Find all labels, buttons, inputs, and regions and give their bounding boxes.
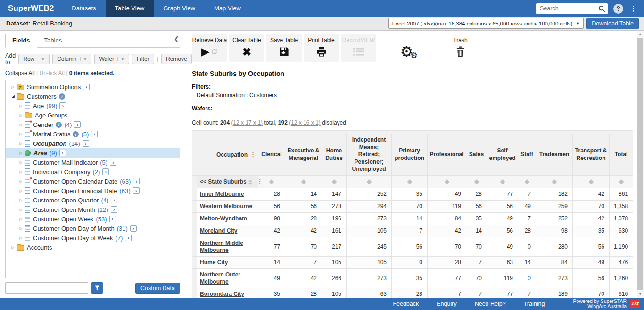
- data-cell[interactable]: 49: [258, 268, 285, 288]
- sort-icon[interactable]: [367, 179, 372, 185]
- data-cell[interactable]: 56: [573, 268, 610, 288]
- open-values-arrow-button[interactable]: ›: [130, 225, 137, 232]
- data-cell[interactable]: 98: [258, 212, 285, 225]
- data-cell[interactable]: 28: [285, 288, 322, 298]
- total-dims-link[interactable]: (12 x 17 x 1): [231, 119, 263, 126]
- data-cell[interactable]: 42: [573, 212, 610, 225]
- sort-cell-professional[interactable]: [428, 175, 466, 188]
- search-icon[interactable]: [598, 5, 605, 14]
- scroll-down-icon[interactable]: ▼: [637, 291, 644, 298]
- data-cell[interactable]: 35: [466, 212, 487, 225]
- expand-expander-icon[interactable]: ▷: [17, 123, 25, 127]
- sort-icon[interactable]: [269, 179, 274, 185]
- expand-expander-icon[interactable]: ▷: [17, 179, 25, 184]
- data-cell[interactable]: 294: [347, 200, 392, 212]
- expand-expander-icon[interactable]: ▷: [17, 113, 25, 117]
- tree-item-customer-open-day-of-week[interactable]: ▷Customer Open Day of Week(7)›: [6, 233, 180, 243]
- data-cell[interactable]: 252: [347, 188, 392, 200]
- data-cell[interactable]: 56: [487, 225, 518, 237]
- column-header-clerical[interactable]: Clerical: [258, 134, 285, 176]
- sort-cell-transport-recreation[interactable]: [573, 175, 610, 188]
- data-cell[interactable]: 70: [573, 288, 610, 298]
- data-cell[interactable]: 63: [487, 256, 518, 268]
- sort-cell-independent-means-retired-pensioner-unemployed[interactable]: [347, 175, 392, 188]
- data-cell[interactable]: 161: [322, 225, 347, 237]
- data-cell[interactable]: 56: [573, 237, 610, 256]
- data-cell[interactable]: 0: [392, 256, 428, 268]
- filter-button[interactable]: Filter: [132, 54, 154, 64]
- open-values-arrow-button[interactable]: ›: [111, 206, 117, 213]
- tree-item-age-groups[interactable]: ▷Age Groups: [6, 110, 180, 120]
- tab-tables[interactable]: Tables: [37, 34, 69, 47]
- expand-expander-icon[interactable]: ▷: [17, 132, 25, 136]
- sort-cell-sales[interactable]: [466, 175, 487, 188]
- expand-expander-icon[interactable]: ▷: [17, 189, 25, 193]
- collapse-all-link[interactable]: Collapse All: [5, 70, 35, 76]
- data-cell[interactable]: 189: [536, 288, 573, 298]
- column-header-sales[interactable]: Sales: [466, 134, 487, 176]
- tree-item-occupation[interactable]: ▷Occupation(14)›: [6, 139, 180, 148]
- custom-data-button[interactable]: Custom Data: [135, 283, 180, 294]
- data-cell[interactable]: 35: [392, 268, 428, 288]
- nav-tab-map-view[interactable]: Map View: [205, 0, 250, 17]
- open-values-arrow-button[interactable]: ›: [91, 131, 98, 137]
- data-cell[interactable]: 266: [322, 268, 347, 288]
- search-input[interactable]: [536, 3, 608, 14]
- data-cell[interactable]: 70: [285, 237, 322, 256]
- kebab-menu-icon[interactable]: ⋮: [250, 151, 256, 158]
- row-label-link[interactable]: Hume City: [200, 259, 228, 266]
- data-cell[interactable]: 7: [466, 256, 487, 268]
- footer-link-enquiry[interactable]: Enquiry: [437, 301, 456, 307]
- data-cell[interactable]: 14: [466, 225, 487, 237]
- data-cell[interactable]: 49: [487, 212, 518, 225]
- overflow-menu-icon[interactable]: ⋮: [629, 4, 638, 13]
- save-table-button[interactable]: Save Table: [266, 34, 302, 62]
- data-cell[interactable]: 259: [536, 200, 573, 212]
- scrollbar-thumb[interactable]: [637, 38, 643, 290]
- open-values-arrow-button[interactable]: ›: [83, 140, 89, 147]
- data-cell[interactable]: 56: [487, 200, 518, 212]
- expand-expander-icon[interactable]: ▷: [17, 217, 25, 221]
- untick-all-link[interactable]: Un-tick All: [40, 70, 65, 76]
- tree-item-accounts[interactable]: ▷Accounts: [6, 243, 180, 252]
- data-cell[interactable]: 77: [487, 288, 518, 298]
- data-cell[interactable]: 35: [258, 288, 285, 298]
- help-icon[interactable]: ?: [613, 4, 623, 14]
- column-dimension-header[interactable]: Occupation⋮: [192, 134, 258, 176]
- data-cell[interactable]: 273: [347, 212, 392, 225]
- export-format-select[interactable]: Excel 2007 (.xlsx)(max 16,384 columns x …: [388, 18, 584, 29]
- data-cell[interactable]: 105: [322, 288, 347, 298]
- tree-item-summation-options[interactable]: ▷ΣSummation Options›: [6, 82, 180, 92]
- column-header-home-duties[interactable]: Home Duties: [322, 134, 347, 176]
- data-cell[interactable]: 70: [428, 237, 466, 256]
- data-cell[interactable]: 1,190: [610, 237, 633, 256]
- open-values-arrow-button[interactable]: ›: [59, 150, 66, 156]
- data-cell[interactable]: 42: [285, 225, 322, 237]
- data-cell[interactable]: 252: [536, 212, 573, 225]
- open-values-arrow-button[interactable]: ›: [83, 84, 90, 90]
- data-cell[interactable]: 0: [518, 268, 536, 288]
- tree-item-area[interactable]: ▷Area(9)›: [6, 148, 180, 158]
- open-values-arrow-button[interactable]: ›: [59, 102, 66, 109]
- row-label-link[interactable]: Western Melbourne: [200, 203, 252, 209]
- sort-icon[interactable]: [332, 179, 337, 185]
- sort-icon[interactable]: [589, 179, 594, 185]
- column-header-total[interactable]: Total: [610, 134, 633, 176]
- open-values-arrow-button[interactable]: ›: [74, 121, 81, 128]
- column-header-transport-recreation[interactable]: Transport & Recreation: [573, 134, 610, 176]
- data-cell[interactable]: 35: [573, 225, 610, 237]
- data-cell[interactable]: 1,358: [610, 200, 633, 212]
- recordview-button[interactable]: RecordVIEW: [341, 34, 376, 62]
- data-cell[interactable]: 70: [466, 237, 487, 256]
- footer-link-training[interactable]: Training: [524, 301, 545, 307]
- column-header-independent-means-retired-pensioner-unemployed[interactable]: Independent Means; Retired; Pensioner; U…: [347, 134, 392, 176]
- info-icon[interactable]: i: [56, 122, 62, 128]
- data-cell[interactable]: 77: [487, 188, 518, 200]
- data-cell[interactable]: 56: [285, 200, 322, 212]
- data-cell[interactable]: 273: [536, 268, 573, 288]
- sort-icon[interactable]: [248, 179, 253, 185]
- data-cell[interactable]: 1,078: [610, 212, 633, 225]
- field-filter-button[interactable]: [91, 282, 103, 294]
- sort-icon[interactable]: [552, 179, 557, 185]
- data-cell[interactable]: 77: [428, 268, 466, 288]
